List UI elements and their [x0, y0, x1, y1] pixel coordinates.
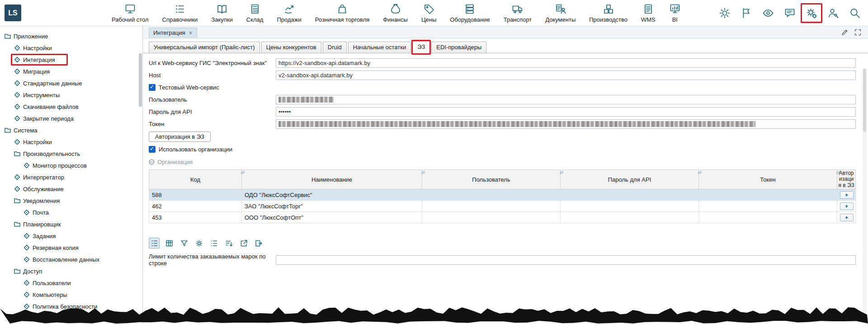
sidebar-item[interactable]: Уведомления: [0, 195, 142, 207]
sidebar-item[interactable]: Производительность: [0, 148, 142, 160]
column-header[interactable]: Токен: [699, 170, 837, 189]
column-header[interactable]: Пользователь: [422, 170, 561, 189]
table-row[interactable]: 453ООО "ЛюксСофтОпт": [149, 212, 856, 223]
settings-gear-button[interactable]: [806, 7, 817, 19]
toolbar-item[interactable]: Транспорт: [504, 3, 532, 23]
authorize-ez-button[interactable]: Авторизация в ЭЗ: [149, 131, 211, 142]
sidebar-item[interactable]: Компьютеры: [0, 289, 142, 301]
sidebar-item[interactable]: Приложение: [0, 30, 142, 42]
subtab[interactable]: EDI-провайдеры: [431, 42, 486, 53]
sidebar-item[interactable]: Восстановление данных: [0, 254, 142, 265]
gear-button[interactable]: [193, 238, 204, 249]
sun-button[interactable]: [719, 7, 731, 19]
retail-icon: [336, 3, 348, 15]
open-external-button[interactable]: [238, 238, 249, 249]
edit-pencil-icon[interactable]: [841, 28, 849, 36]
toolbar-item-label: Склад: [246, 16, 264, 23]
sidebar-item[interactable]: Задания: [0, 230, 142, 242]
sidebar-item-content: Пользователи: [24, 280, 71, 286]
toolbar-item[interactable]: Справочники: [162, 3, 198, 23]
toolbar-item[interactable]: Розничная торговля: [315, 3, 370, 23]
content-scrollbar-track[interactable]: [863, 68, 867, 314]
subtab[interactable]: Начальные остатки: [348, 42, 411, 53]
sidebar-item[interactable]: Миграция: [0, 66, 142, 77]
sidebar-item-content: Система: [5, 127, 37, 134]
column-header[interactable]: Наименование: [242, 170, 422, 189]
sidebar-item[interactable]: Обслуживание: [0, 183, 142, 195]
sidebar-item[interactable]: Стандартные данные: [0, 77, 142, 89]
sidebar-item[interactable]: Скачивание файлов: [0, 101, 142, 113]
sort-list-button[interactable]: [223, 238, 234, 249]
toolbar-item[interactable]: Рабочий стол: [112, 3, 149, 23]
sidebar-item[interactable]: Интерпретатор: [0, 171, 142, 183]
sidebar-item-content: Стандартные данные: [14, 80, 82, 87]
integration-form: Url к Web-сервису ГИС "Электронный знак"…: [143, 53, 868, 324]
row-auth-button[interactable]: [840, 202, 854, 210]
limit-input[interactable]: [276, 255, 856, 265]
toolbar-item[interactable]: WMS: [641, 3, 656, 23]
subtab[interactable]: ЭЗ: [412, 41, 430, 53]
search-button[interactable]: [849, 7, 861, 19]
toolbar-item[interactable]: Цены: [421, 3, 436, 23]
toolbar-item[interactable]: Производство: [589, 3, 627, 23]
sidebar-item[interactable]: Резервная копия: [0, 242, 142, 254]
app-logo[interactable]: LS: [5, 5, 21, 21]
chat-button[interactable]: [784, 7, 796, 19]
tag-icon: [24, 233, 30, 239]
sidebar-item[interactable]: Почта: [0, 207, 142, 218]
toolbar-item[interactable]: Финансы: [383, 3, 408, 23]
url-input[interactable]: [276, 58, 856, 68]
toolbar-item[interactable]: Продажи: [277, 3, 301, 23]
sidebar-item-content: Уведомления: [14, 197, 60, 204]
table-row[interactable]: 462ЗАО "ЛюксСофтТорг": [149, 201, 856, 212]
column-header[interactable]: Пароль для API: [561, 170, 699, 189]
sidebar-item-label: Настройки: [23, 45, 52, 52]
toolbar-item[interactable]: Документы: [545, 3, 576, 23]
sidebar-scrollbar-thumb[interactable]: [139, 53, 142, 107]
filter-button[interactable]: [179, 238, 189, 249]
sidebar-item[interactable]: Монитор процессов: [0, 160, 142, 171]
document-tab-integration[interactable]: Интеграция ×: [149, 28, 197, 38]
sidebar-item[interactable]: Доступ: [0, 265, 142, 277]
sidebar-item-label: Доступ: [23, 268, 42, 275]
host-input[interactable]: [276, 70, 856, 80]
sidebar-item[interactable]: Инструменты: [0, 89, 142, 101]
toolbar-item[interactable]: BI: [669, 3, 681, 23]
row-auth-button[interactable]: [840, 191, 854, 199]
close-tab-icon[interactable]: ×: [189, 30, 193, 36]
forward-button[interactable]: [253, 238, 264, 249]
sidebar-item[interactable]: Настройки: [0, 42, 142, 54]
sidebar-item[interactable]: Планировщик: [0, 218, 142, 230]
user-input[interactable]: [276, 95, 856, 104]
sidebar-item-label: Инструменты: [23, 92, 60, 99]
subtab[interactable]: Универсальный импорт (Прайс-лист): [149, 42, 260, 53]
use-organizations-checkbox[interactable]: [149, 146, 156, 153]
toolbar-item[interactable]: Склад: [246, 3, 264, 23]
token-input[interactable]: [276, 119, 856, 129]
toolbar-item[interactable]: Оборудование: [450, 3, 490, 23]
api-password-input[interactable]: [276, 107, 856, 117]
sidebar-item[interactable]: Закрытие периода: [0, 113, 142, 124]
content-scrollbar-thumb[interactable]: [863, 69, 866, 132]
eye-button[interactable]: [762, 7, 774, 19]
subtab[interactable]: Цены конкурентов: [261, 42, 321, 53]
toolbar-item[interactable]: Закупки: [211, 3, 232, 23]
row-auth-button[interactable]: [840, 214, 854, 221]
fullscreen-icon[interactable]: [854, 28, 862, 36]
sidebar-item[interactable]: Система: [0, 124, 142, 136]
collapse-group-icon[interactable]: [149, 159, 155, 165]
table-columns-button[interactable]: [164, 238, 175, 249]
sidebar-item[interactable]: Пользователи: [0, 277, 142, 289]
user-access-button[interactable]: [827, 7, 839, 19]
table-row[interactable]: 588ОДО "ЛюксСофтСервис": [149, 189, 856, 201]
test-webservice-checkbox[interactable]: [149, 84, 156, 91]
numbered-list-button[interactable]: [208, 238, 219, 249]
subtab[interactable]: Druid: [323, 42, 347, 53]
sidebar-item[interactable]: Настройки: [0, 136, 142, 148]
window-body: ПриложениеНастройкиИнтеграцияМиграцияСта…: [0, 26, 868, 324]
column-header[interactable]: Код: [149, 170, 242, 189]
flag-button[interactable]: [741, 7, 752, 19]
row-numbers-button[interactable]: [149, 238, 160, 249]
sidebar-item-label: Уведомления: [23, 197, 60, 204]
sidebar-item[interactable]: Интеграция: [0, 54, 142, 66]
